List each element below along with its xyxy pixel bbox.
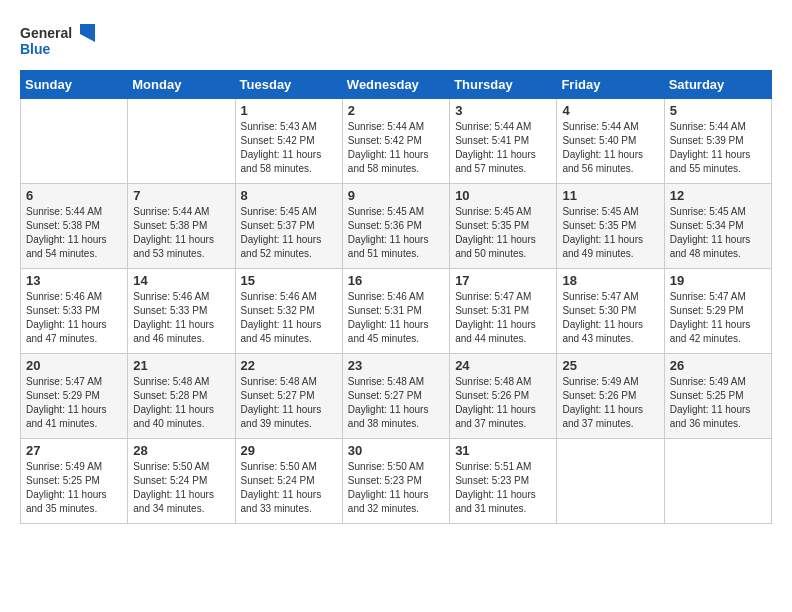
day-info: Sunrise: 5:44 AMSunset: 5:39 PMDaylight:… <box>670 120 766 176</box>
day-cell: 16Sunrise: 5:46 AMSunset: 5:31 PMDayligh… <box>342 269 449 354</box>
header-cell-tuesday: Tuesday <box>235 71 342 99</box>
day-cell: 29Sunrise: 5:50 AMSunset: 5:24 PMDayligh… <box>235 439 342 524</box>
day-cell <box>128 99 235 184</box>
day-info: Sunrise: 5:49 AMSunset: 5:26 PMDaylight:… <box>562 375 658 431</box>
day-info: Sunrise: 5:50 AMSunset: 5:24 PMDaylight:… <box>133 460 229 516</box>
logo: GeneralBlue <box>20 20 100 60</box>
day-cell: 2Sunrise: 5:44 AMSunset: 5:42 PMDaylight… <box>342 99 449 184</box>
day-cell: 4Sunrise: 5:44 AMSunset: 5:40 PMDaylight… <box>557 99 664 184</box>
day-number: 4 <box>562 103 658 118</box>
day-number: 18 <box>562 273 658 288</box>
day-info: Sunrise: 5:47 AMSunset: 5:29 PMDaylight:… <box>26 375 122 431</box>
day-cell: 1Sunrise: 5:43 AMSunset: 5:42 PMDaylight… <box>235 99 342 184</box>
day-cell: 7Sunrise: 5:44 AMSunset: 5:38 PMDaylight… <box>128 184 235 269</box>
day-cell: 30Sunrise: 5:50 AMSunset: 5:23 PMDayligh… <box>342 439 449 524</box>
day-number: 14 <box>133 273 229 288</box>
day-number: 28 <box>133 443 229 458</box>
day-number: 20 <box>26 358 122 373</box>
day-info: Sunrise: 5:48 AMSunset: 5:27 PMDaylight:… <box>241 375 337 431</box>
day-number: 31 <box>455 443 551 458</box>
header-cell-monday: Monday <box>128 71 235 99</box>
day-cell: 25Sunrise: 5:49 AMSunset: 5:26 PMDayligh… <box>557 354 664 439</box>
header-cell-friday: Friday <box>557 71 664 99</box>
day-info: Sunrise: 5:45 AMSunset: 5:34 PMDaylight:… <box>670 205 766 261</box>
day-cell: 20Sunrise: 5:47 AMSunset: 5:29 PMDayligh… <box>21 354 128 439</box>
day-number: 25 <box>562 358 658 373</box>
day-info: Sunrise: 5:48 AMSunset: 5:27 PMDaylight:… <box>348 375 444 431</box>
day-number: 6 <box>26 188 122 203</box>
day-number: 9 <box>348 188 444 203</box>
day-number: 7 <box>133 188 229 203</box>
day-info: Sunrise: 5:48 AMSunset: 5:26 PMDaylight:… <box>455 375 551 431</box>
day-info: Sunrise: 5:47 AMSunset: 5:31 PMDaylight:… <box>455 290 551 346</box>
week-row-1: 1Sunrise: 5:43 AMSunset: 5:42 PMDaylight… <box>21 99 772 184</box>
day-info: Sunrise: 5:43 AMSunset: 5:42 PMDaylight:… <box>241 120 337 176</box>
day-cell: 13Sunrise: 5:46 AMSunset: 5:33 PMDayligh… <box>21 269 128 354</box>
day-info: Sunrise: 5:46 AMSunset: 5:31 PMDaylight:… <box>348 290 444 346</box>
day-info: Sunrise: 5:47 AMSunset: 5:29 PMDaylight:… <box>670 290 766 346</box>
day-info: Sunrise: 5:44 AMSunset: 5:40 PMDaylight:… <box>562 120 658 176</box>
day-number: 23 <box>348 358 444 373</box>
day-number: 5 <box>670 103 766 118</box>
week-row-5: 27Sunrise: 5:49 AMSunset: 5:25 PMDayligh… <box>21 439 772 524</box>
header-cell-thursday: Thursday <box>450 71 557 99</box>
day-cell: 17Sunrise: 5:47 AMSunset: 5:31 PMDayligh… <box>450 269 557 354</box>
page-header: GeneralBlue <box>20 20 772 60</box>
day-info: Sunrise: 5:48 AMSunset: 5:28 PMDaylight:… <box>133 375 229 431</box>
day-info: Sunrise: 5:50 AMSunset: 5:23 PMDaylight:… <box>348 460 444 516</box>
day-number: 16 <box>348 273 444 288</box>
day-cell: 14Sunrise: 5:46 AMSunset: 5:33 PMDayligh… <box>128 269 235 354</box>
header-cell-sunday: Sunday <box>21 71 128 99</box>
day-number: 26 <box>670 358 766 373</box>
day-number: 22 <box>241 358 337 373</box>
day-cell: 6Sunrise: 5:44 AMSunset: 5:38 PMDaylight… <box>21 184 128 269</box>
day-cell: 27Sunrise: 5:49 AMSunset: 5:25 PMDayligh… <box>21 439 128 524</box>
day-number: 1 <box>241 103 337 118</box>
day-cell: 23Sunrise: 5:48 AMSunset: 5:27 PMDayligh… <box>342 354 449 439</box>
day-cell: 3Sunrise: 5:44 AMSunset: 5:41 PMDaylight… <box>450 99 557 184</box>
day-cell: 9Sunrise: 5:45 AMSunset: 5:36 PMDaylight… <box>342 184 449 269</box>
day-cell: 11Sunrise: 5:45 AMSunset: 5:35 PMDayligh… <box>557 184 664 269</box>
day-info: Sunrise: 5:49 AMSunset: 5:25 PMDaylight:… <box>670 375 766 431</box>
svg-text:Blue: Blue <box>20 41 51 57</box>
day-info: Sunrise: 5:46 AMSunset: 5:33 PMDaylight:… <box>26 290 122 346</box>
day-info: Sunrise: 5:44 AMSunset: 5:41 PMDaylight:… <box>455 120 551 176</box>
day-cell: 5Sunrise: 5:44 AMSunset: 5:39 PMDaylight… <box>664 99 771 184</box>
day-number: 17 <box>455 273 551 288</box>
day-cell: 31Sunrise: 5:51 AMSunset: 5:23 PMDayligh… <box>450 439 557 524</box>
day-info: Sunrise: 5:49 AMSunset: 5:25 PMDaylight:… <box>26 460 122 516</box>
day-cell: 21Sunrise: 5:48 AMSunset: 5:28 PMDayligh… <box>128 354 235 439</box>
day-cell: 10Sunrise: 5:45 AMSunset: 5:35 PMDayligh… <box>450 184 557 269</box>
header-row: SundayMondayTuesdayWednesdayThursdayFrid… <box>21 71 772 99</box>
header-cell-saturday: Saturday <box>664 71 771 99</box>
week-row-2: 6Sunrise: 5:44 AMSunset: 5:38 PMDaylight… <box>21 184 772 269</box>
day-cell <box>21 99 128 184</box>
day-cell: 26Sunrise: 5:49 AMSunset: 5:25 PMDayligh… <box>664 354 771 439</box>
day-info: Sunrise: 5:50 AMSunset: 5:24 PMDaylight:… <box>241 460 337 516</box>
svg-marker-2 <box>80 24 95 42</box>
day-cell <box>557 439 664 524</box>
day-number: 11 <box>562 188 658 203</box>
day-info: Sunrise: 5:46 AMSunset: 5:33 PMDaylight:… <box>133 290 229 346</box>
day-number: 27 <box>26 443 122 458</box>
day-number: 10 <box>455 188 551 203</box>
week-row-3: 13Sunrise: 5:46 AMSunset: 5:33 PMDayligh… <box>21 269 772 354</box>
day-info: Sunrise: 5:51 AMSunset: 5:23 PMDaylight:… <box>455 460 551 516</box>
logo-svg: GeneralBlue <box>20 20 100 60</box>
day-info: Sunrise: 5:44 AMSunset: 5:42 PMDaylight:… <box>348 120 444 176</box>
svg-text:General: General <box>20 25 72 41</box>
day-cell: 22Sunrise: 5:48 AMSunset: 5:27 PMDayligh… <box>235 354 342 439</box>
day-number: 30 <box>348 443 444 458</box>
day-cell: 12Sunrise: 5:45 AMSunset: 5:34 PMDayligh… <box>664 184 771 269</box>
day-cell: 18Sunrise: 5:47 AMSunset: 5:30 PMDayligh… <box>557 269 664 354</box>
day-info: Sunrise: 5:45 AMSunset: 5:35 PMDaylight:… <box>562 205 658 261</box>
day-number: 8 <box>241 188 337 203</box>
day-number: 3 <box>455 103 551 118</box>
day-cell <box>664 439 771 524</box>
day-info: Sunrise: 5:47 AMSunset: 5:30 PMDaylight:… <box>562 290 658 346</box>
day-number: 19 <box>670 273 766 288</box>
day-cell: 24Sunrise: 5:48 AMSunset: 5:26 PMDayligh… <box>450 354 557 439</box>
day-cell: 15Sunrise: 5:46 AMSunset: 5:32 PMDayligh… <box>235 269 342 354</box>
day-info: Sunrise: 5:45 AMSunset: 5:36 PMDaylight:… <box>348 205 444 261</box>
day-number: 15 <box>241 273 337 288</box>
